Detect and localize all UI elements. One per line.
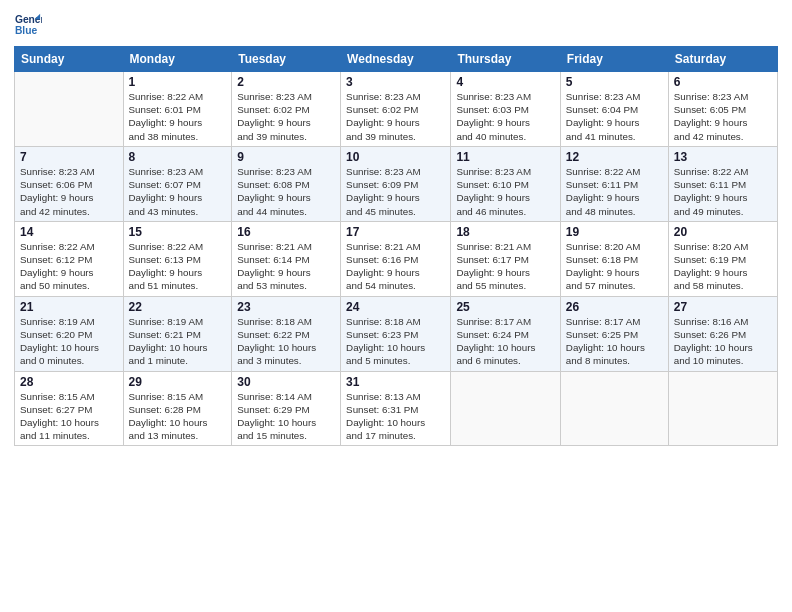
day-cell: 14Sunrise: 8:22 AM Sunset: 6:12 PM Dayli… (15, 221, 124, 296)
day-cell: 26Sunrise: 8:17 AM Sunset: 6:25 PM Dayli… (560, 296, 668, 371)
day-info: Sunrise: 8:17 AM Sunset: 6:25 PM Dayligh… (566, 315, 663, 368)
day-info: Sunrise: 8:17 AM Sunset: 6:24 PM Dayligh… (456, 315, 554, 368)
day-number: 23 (237, 300, 335, 314)
day-info: Sunrise: 8:22 AM Sunset: 6:11 PM Dayligh… (674, 165, 772, 218)
day-info: Sunrise: 8:23 AM Sunset: 6:06 PM Dayligh… (20, 165, 118, 218)
day-cell: 5Sunrise: 8:23 AM Sunset: 6:04 PM Daylig… (560, 72, 668, 147)
day-number: 11 (456, 150, 554, 164)
day-cell: 4Sunrise: 8:23 AM Sunset: 6:03 PM Daylig… (451, 72, 560, 147)
day-info: Sunrise: 8:15 AM Sunset: 6:27 PM Dayligh… (20, 390, 118, 443)
day-info: Sunrise: 8:23 AM Sunset: 6:02 PM Dayligh… (237, 90, 335, 143)
col-header-saturday: Saturday (668, 47, 777, 72)
day-info: Sunrise: 8:23 AM Sunset: 6:04 PM Dayligh… (566, 90, 663, 143)
day-number: 16 (237, 225, 335, 239)
day-cell (451, 371, 560, 446)
day-cell: 18Sunrise: 8:21 AM Sunset: 6:17 PM Dayli… (451, 221, 560, 296)
day-number: 24 (346, 300, 445, 314)
day-number: 6 (674, 75, 772, 89)
day-cell: 13Sunrise: 8:22 AM Sunset: 6:11 PM Dayli… (668, 146, 777, 221)
day-info: Sunrise: 8:13 AM Sunset: 6:31 PM Dayligh… (346, 390, 445, 443)
day-number: 5 (566, 75, 663, 89)
day-info: Sunrise: 8:23 AM Sunset: 6:09 PM Dayligh… (346, 165, 445, 218)
day-number: 4 (456, 75, 554, 89)
day-number: 31 (346, 375, 445, 389)
logo-icon: General Blue (14, 10, 42, 38)
calendar-table: SundayMondayTuesdayWednesdayThursdayFrid… (14, 46, 778, 446)
day-cell: 30Sunrise: 8:14 AM Sunset: 6:29 PM Dayli… (232, 371, 341, 446)
day-cell: 6Sunrise: 8:23 AM Sunset: 6:05 PM Daylig… (668, 72, 777, 147)
day-cell: 31Sunrise: 8:13 AM Sunset: 6:31 PM Dayli… (341, 371, 451, 446)
day-info: Sunrise: 8:15 AM Sunset: 6:28 PM Dayligh… (129, 390, 227, 443)
day-cell: 22Sunrise: 8:19 AM Sunset: 6:21 PM Dayli… (123, 296, 232, 371)
day-number: 29 (129, 375, 227, 389)
day-cell (15, 72, 124, 147)
day-info: Sunrise: 8:19 AM Sunset: 6:20 PM Dayligh… (20, 315, 118, 368)
day-info: Sunrise: 8:18 AM Sunset: 6:22 PM Dayligh… (237, 315, 335, 368)
day-cell: 15Sunrise: 8:22 AM Sunset: 6:13 PM Dayli… (123, 221, 232, 296)
day-number: 26 (566, 300, 663, 314)
day-info: Sunrise: 8:21 AM Sunset: 6:17 PM Dayligh… (456, 240, 554, 293)
day-number: 9 (237, 150, 335, 164)
day-number: 19 (566, 225, 663, 239)
week-row-3: 14Sunrise: 8:22 AM Sunset: 6:12 PM Dayli… (15, 221, 778, 296)
day-number: 12 (566, 150, 663, 164)
day-number: 3 (346, 75, 445, 89)
day-info: Sunrise: 8:19 AM Sunset: 6:21 PM Dayligh… (129, 315, 227, 368)
day-cell: 3Sunrise: 8:23 AM Sunset: 6:02 PM Daylig… (341, 72, 451, 147)
day-number: 18 (456, 225, 554, 239)
day-cell: 2Sunrise: 8:23 AM Sunset: 6:02 PM Daylig… (232, 72, 341, 147)
day-info: Sunrise: 8:18 AM Sunset: 6:23 PM Dayligh… (346, 315, 445, 368)
day-number: 2 (237, 75, 335, 89)
col-header-monday: Monday (123, 47, 232, 72)
week-row-5: 28Sunrise: 8:15 AM Sunset: 6:27 PM Dayli… (15, 371, 778, 446)
header-row: SundayMondayTuesdayWednesdayThursdayFrid… (15, 47, 778, 72)
col-header-friday: Friday (560, 47, 668, 72)
day-info: Sunrise: 8:16 AM Sunset: 6:26 PM Dayligh… (674, 315, 772, 368)
day-number: 25 (456, 300, 554, 314)
day-cell: 1Sunrise: 8:22 AM Sunset: 6:01 PM Daylig… (123, 72, 232, 147)
day-cell: 28Sunrise: 8:15 AM Sunset: 6:27 PM Dayli… (15, 371, 124, 446)
day-cell: 9Sunrise: 8:23 AM Sunset: 6:08 PM Daylig… (232, 146, 341, 221)
day-number: 1 (129, 75, 227, 89)
day-info: Sunrise: 8:23 AM Sunset: 6:05 PM Dayligh… (674, 90, 772, 143)
col-header-tuesday: Tuesday (232, 47, 341, 72)
day-cell: 25Sunrise: 8:17 AM Sunset: 6:24 PM Dayli… (451, 296, 560, 371)
day-cell: 7Sunrise: 8:23 AM Sunset: 6:06 PM Daylig… (15, 146, 124, 221)
day-info: Sunrise: 8:23 AM Sunset: 6:03 PM Dayligh… (456, 90, 554, 143)
day-info: Sunrise: 8:23 AM Sunset: 6:07 PM Dayligh… (129, 165, 227, 218)
day-number: 15 (129, 225, 227, 239)
day-number: 28 (20, 375, 118, 389)
day-cell: 8Sunrise: 8:23 AM Sunset: 6:07 PM Daylig… (123, 146, 232, 221)
svg-text:Blue: Blue (15, 25, 38, 36)
col-header-wednesday: Wednesday (341, 47, 451, 72)
day-info: Sunrise: 8:22 AM Sunset: 6:13 PM Dayligh… (129, 240, 227, 293)
day-info: Sunrise: 8:21 AM Sunset: 6:14 PM Dayligh… (237, 240, 335, 293)
day-cell: 11Sunrise: 8:23 AM Sunset: 6:10 PM Dayli… (451, 146, 560, 221)
day-info: Sunrise: 8:23 AM Sunset: 6:10 PM Dayligh… (456, 165, 554, 218)
day-cell: 12Sunrise: 8:22 AM Sunset: 6:11 PM Dayli… (560, 146, 668, 221)
day-info: Sunrise: 8:23 AM Sunset: 6:02 PM Dayligh… (346, 90, 445, 143)
header: General Blue (14, 10, 778, 38)
day-number: 10 (346, 150, 445, 164)
day-cell (668, 371, 777, 446)
day-info: Sunrise: 8:21 AM Sunset: 6:16 PM Dayligh… (346, 240, 445, 293)
week-row-4: 21Sunrise: 8:19 AM Sunset: 6:20 PM Dayli… (15, 296, 778, 371)
day-cell: 29Sunrise: 8:15 AM Sunset: 6:28 PM Dayli… (123, 371, 232, 446)
day-info: Sunrise: 8:20 AM Sunset: 6:19 PM Dayligh… (674, 240, 772, 293)
day-cell: 17Sunrise: 8:21 AM Sunset: 6:16 PM Dayli… (341, 221, 451, 296)
day-info: Sunrise: 8:22 AM Sunset: 6:12 PM Dayligh… (20, 240, 118, 293)
day-cell: 21Sunrise: 8:19 AM Sunset: 6:20 PM Dayli… (15, 296, 124, 371)
day-number: 27 (674, 300, 772, 314)
day-number: 17 (346, 225, 445, 239)
day-cell: 20Sunrise: 8:20 AM Sunset: 6:19 PM Dayli… (668, 221, 777, 296)
day-number: 7 (20, 150, 118, 164)
svg-text:General: General (15, 14, 42, 25)
page: General Blue SundayMondayTuesdayWednesda… (0, 0, 792, 612)
week-row-1: 1Sunrise: 8:22 AM Sunset: 6:01 PM Daylig… (15, 72, 778, 147)
day-info: Sunrise: 8:20 AM Sunset: 6:18 PM Dayligh… (566, 240, 663, 293)
day-cell: 16Sunrise: 8:21 AM Sunset: 6:14 PM Dayli… (232, 221, 341, 296)
day-info: Sunrise: 8:23 AM Sunset: 6:08 PM Dayligh… (237, 165, 335, 218)
day-cell: 24Sunrise: 8:18 AM Sunset: 6:23 PM Dayli… (341, 296, 451, 371)
day-cell: 23Sunrise: 8:18 AM Sunset: 6:22 PM Dayli… (232, 296, 341, 371)
day-number: 8 (129, 150, 227, 164)
